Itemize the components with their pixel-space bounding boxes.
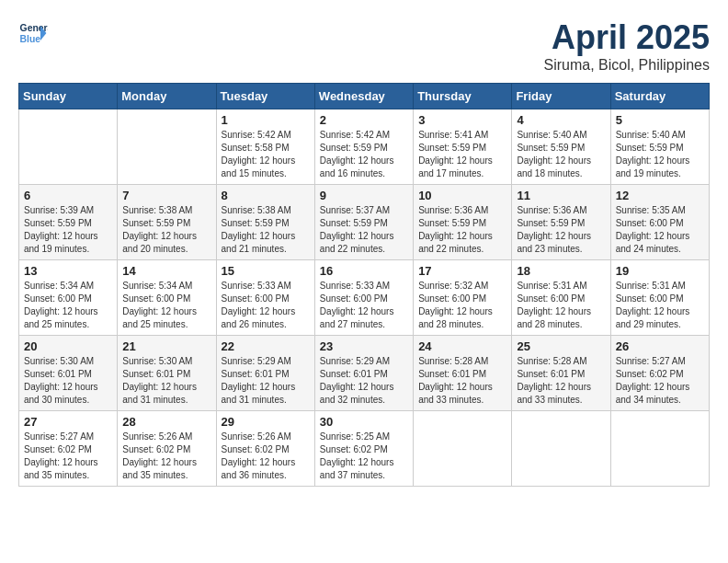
day-number: 22 [222, 339, 310, 353]
day-number: 1 [222, 113, 310, 127]
day-info: Sunrise: 5:38 AMSunset: 5:59 PMDaylight:… [122, 204, 210, 256]
day-info: Sunrise: 5:33 AMSunset: 6:00 PMDaylight:… [320, 280, 408, 331]
page-header: General Blue April 2025 Siruma, Bicol, P… [18, 18, 710, 74]
day-info: Sunrise: 5:26 AMSunset: 6:02 PMDaylight:… [222, 431, 310, 482]
table-row [512, 411, 610, 487]
day-info: Sunrise: 5:42 AMSunset: 5:59 PMDaylight:… [320, 129, 408, 180]
day-info: Sunrise: 5:31 AMSunset: 6:00 PMDaylight:… [616, 280, 704, 331]
table-row: 11Sunrise: 5:36 AMSunset: 5:59 PMDayligh… [512, 185, 610, 260]
logo-icon: General Blue [18, 18, 48, 48]
day-info: Sunrise: 5:40 AMSunset: 5:59 PMDaylight:… [517, 129, 605, 180]
day-number: 27 [24, 415, 112, 429]
day-number: 5 [616, 113, 704, 127]
svg-text:Blue: Blue [20, 34, 41, 44]
calendar-week-row: 1Sunrise: 5:42 AMSunset: 5:58 PMDaylight… [19, 109, 710, 185]
header-friday: Friday [512, 84, 610, 109]
day-number: 3 [418, 113, 506, 127]
day-info: Sunrise: 5:36 AMSunset: 5:59 PMDaylight:… [418, 204, 506, 256]
table-row: 6Sunrise: 5:39 AMSunset: 5:59 PMDaylight… [19, 185, 118, 260]
day-info: Sunrise: 5:32 AMSunset: 6:00 PMDaylight:… [418, 280, 506, 331]
day-number: 17 [418, 264, 506, 278]
table-row: 8Sunrise: 5:38 AMSunset: 5:59 PMDaylight… [216, 185, 314, 260]
table-row: 12Sunrise: 5:35 AMSunset: 6:00 PMDayligh… [610, 185, 709, 260]
table-row: 25Sunrise: 5:28 AMSunset: 6:01 PMDayligh… [512, 336, 610, 411]
table-row: 9Sunrise: 5:37 AMSunset: 5:59 PMDaylight… [314, 185, 413, 260]
table-row: 10Sunrise: 5:36 AMSunset: 5:59 PMDayligh… [414, 185, 512, 260]
table-row: 14Sunrise: 5:34 AMSunset: 6:00 PMDayligh… [118, 260, 216, 336]
day-number: 13 [24, 264, 112, 278]
day-info: Sunrise: 5:27 AMSunset: 6:02 PMDaylight:… [24, 431, 112, 482]
day-number: 24 [418, 339, 506, 353]
day-info: Sunrise: 5:27 AMSunset: 6:02 PMDaylight:… [616, 355, 704, 407]
day-number: 25 [517, 339, 605, 353]
table-row: 22Sunrise: 5:29 AMSunset: 6:01 PMDayligh… [216, 336, 314, 411]
day-info: Sunrise: 5:37 AMSunset: 5:59 PMDaylight:… [320, 204, 408, 256]
day-info: Sunrise: 5:36 AMSunset: 5:59 PMDaylight:… [517, 204, 605, 256]
day-info: Sunrise: 5:30 AMSunset: 6:01 PMDaylight:… [24, 355, 112, 407]
day-number: 23 [320, 339, 408, 353]
table-row: 4Sunrise: 5:40 AMSunset: 5:59 PMDaylight… [512, 109, 610, 185]
table-row: 23Sunrise: 5:29 AMSunset: 6:01 PMDayligh… [314, 336, 413, 411]
table-row: 20Sunrise: 5:30 AMSunset: 6:01 PMDayligh… [19, 336, 118, 411]
table-row: 24Sunrise: 5:28 AMSunset: 6:01 PMDayligh… [414, 336, 512, 411]
day-info: Sunrise: 5:40 AMSunset: 5:59 PMDaylight:… [616, 129, 704, 180]
day-number: 14 [122, 264, 210, 278]
day-info: Sunrise: 5:29 AMSunset: 6:01 PMDaylight:… [320, 355, 408, 407]
table-row: 18Sunrise: 5:31 AMSunset: 6:00 PMDayligh… [512, 260, 610, 336]
day-info: Sunrise: 5:42 AMSunset: 5:58 PMDaylight:… [222, 129, 310, 180]
day-info: Sunrise: 5:33 AMSunset: 6:00 PMDaylight:… [222, 280, 310, 331]
header-thursday: Thursday [414, 84, 512, 109]
day-number: 26 [616, 339, 704, 353]
day-number: 18 [517, 264, 605, 278]
day-info: Sunrise: 5:26 AMSunset: 6:02 PMDaylight:… [122, 431, 210, 482]
table-row [414, 411, 512, 487]
table-row: 5Sunrise: 5:40 AMSunset: 5:59 PMDaylight… [610, 109, 709, 185]
table-row: 16Sunrise: 5:33 AMSunset: 6:00 PMDayligh… [314, 260, 413, 336]
table-row: 7Sunrise: 5:38 AMSunset: 5:59 PMDaylight… [118, 185, 216, 260]
day-number: 2 [320, 113, 408, 127]
day-info: Sunrise: 5:28 AMSunset: 6:01 PMDaylight:… [517, 355, 605, 407]
logo: General Blue [18, 18, 48, 48]
calendar-week-row: 13Sunrise: 5:34 AMSunset: 6:00 PMDayligh… [19, 260, 710, 336]
day-number: 20 [24, 339, 112, 353]
day-number: 21 [122, 339, 210, 353]
day-number: 19 [616, 264, 704, 278]
header-sunday: Sunday [19, 84, 118, 109]
day-info: Sunrise: 5:41 AMSunset: 5:59 PMDaylight:… [418, 129, 506, 180]
day-number: 4 [517, 113, 605, 127]
table-row: 21Sunrise: 5:30 AMSunset: 6:01 PMDayligh… [118, 336, 216, 411]
header-saturday: Saturday [610, 84, 709, 109]
day-number: 12 [616, 189, 704, 202]
day-number: 7 [122, 189, 210, 202]
table-row: 15Sunrise: 5:33 AMSunset: 6:00 PMDayligh… [216, 260, 314, 336]
table-row: 29Sunrise: 5:26 AMSunset: 6:02 PMDayligh… [216, 411, 314, 487]
calendar-week-row: 6Sunrise: 5:39 AMSunset: 5:59 PMDaylight… [19, 185, 710, 260]
day-info: Sunrise: 5:28 AMSunset: 6:01 PMDaylight:… [418, 355, 506, 407]
calendar-title: April 2025 [543, 18, 710, 57]
day-info: Sunrise: 5:34 AMSunset: 6:00 PMDaylight:… [122, 280, 210, 331]
day-info: Sunrise: 5:34 AMSunset: 6:00 PMDaylight:… [24, 280, 112, 331]
day-number: 30 [320, 415, 408, 429]
table-row [610, 411, 709, 487]
calendar-week-row: 20Sunrise: 5:30 AMSunset: 6:01 PMDayligh… [19, 336, 710, 411]
day-number: 29 [222, 415, 310, 429]
table-row [19, 109, 118, 185]
day-number: 9 [320, 189, 408, 202]
table-row: 3Sunrise: 5:41 AMSunset: 5:59 PMDaylight… [414, 109, 512, 185]
table-row: 19Sunrise: 5:31 AMSunset: 6:00 PMDayligh… [610, 260, 709, 336]
day-info: Sunrise: 5:25 AMSunset: 6:02 PMDaylight:… [320, 431, 408, 482]
day-number: 11 [517, 189, 605, 202]
header-tuesday: Tuesday [216, 84, 314, 109]
title-area: April 2025 Siruma, Bicol, Philippines [543, 18, 710, 74]
day-info: Sunrise: 5:29 AMSunset: 6:01 PMDaylight:… [222, 355, 310, 407]
day-number: 8 [222, 189, 310, 202]
day-info: Sunrise: 5:30 AMSunset: 6:01 PMDaylight:… [122, 355, 210, 407]
day-info: Sunrise: 5:39 AMSunset: 5:59 PMDaylight:… [24, 204, 112, 256]
day-number: 28 [122, 415, 210, 429]
calendar-week-row: 27Sunrise: 5:27 AMSunset: 6:02 PMDayligh… [19, 411, 710, 487]
calendar-subtitle: Siruma, Bicol, Philippines [543, 57, 710, 74]
day-info: Sunrise: 5:31 AMSunset: 6:00 PMDaylight:… [517, 280, 605, 331]
day-number: 16 [320, 264, 408, 278]
calendar-header-row: Sunday Monday Tuesday Wednesday Thursday… [19, 84, 710, 109]
table-row: 2Sunrise: 5:42 AMSunset: 5:59 PMDaylight… [314, 109, 413, 185]
